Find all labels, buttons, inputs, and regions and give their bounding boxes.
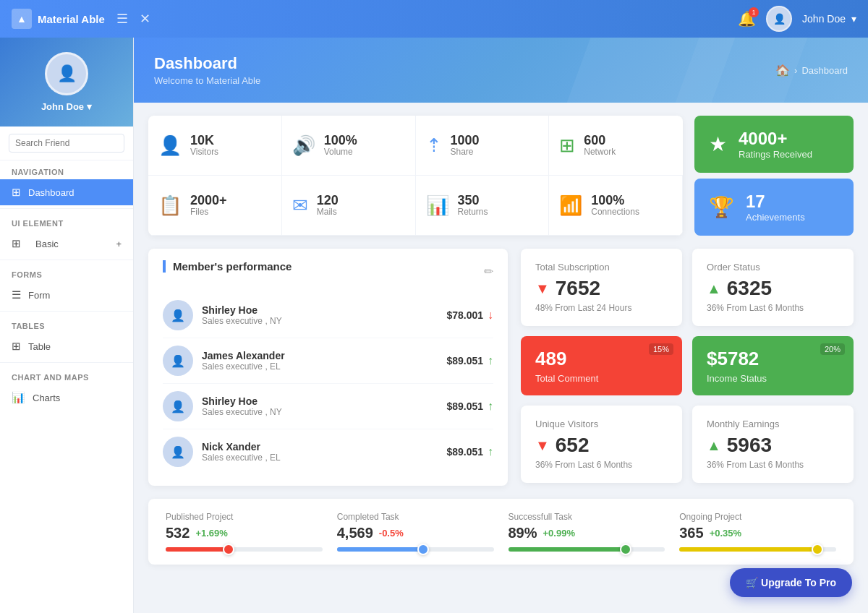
comment-value: 489: [535, 348, 668, 370]
member-row: 👤 James AlexanderSales executive , EL $8…: [163, 338, 493, 384]
amount-value: $78.001: [446, 309, 483, 321]
progress-dot: [620, 544, 631, 555]
progress-value: 532: [166, 525, 190, 541]
visitors-label: Visitors: [190, 147, 218, 157]
progress-pct: -0.5%: [379, 528, 404, 539]
progress-item: Successfull Task 89% +0.99%: [509, 512, 665, 552]
member-row: 👤 Nick XanderSales executive , EL $89.05…: [163, 429, 493, 474]
sidebar-item-charts[interactable]: 📊 Charts: [0, 385, 133, 411]
sidebar-item-dashboard[interactable]: ⊞ Dashboard: [0, 179, 133, 205]
progress-item: Completed Task 4,569 -0.5%: [337, 512, 494, 552]
right-bottom-row: Unique Visitors ▼ 652 36% From Last 6 Mo…: [521, 406, 854, 483]
member-role: Sales executive , NY: [202, 316, 282, 326]
close-icon[interactable]: ✕: [140, 11, 150, 27]
stat-share: ⇡ 1000Share: [416, 116, 550, 176]
stat-mails: ✉ 120Mails: [282, 176, 416, 236]
page-header: Dashboard Welcome to Material Able 🏠 › D…: [134, 38, 868, 103]
ratings-value: 4000+: [739, 129, 812, 149]
ratings-card: ★ 4000+ Ratings Received: [694, 116, 854, 173]
members-panel: Member's performance ✏ 👤 Shirley HoeSale…: [148, 249, 508, 486]
member-left: 👤 Nick XanderSales executive , EL: [163, 437, 281, 467]
order-sub: 36% From Last 6 Months: [707, 303, 839, 313]
members-title: Member's performance: [163, 260, 292, 273]
member-avatar: 👤: [163, 346, 193, 376]
sidebar-username: John Doe ▾: [41, 101, 92, 112]
progress-pct: +0.99%: [543, 528, 575, 539]
progress-row: 532 +1.69%: [166, 525, 323, 541]
share-label: Share: [451, 147, 480, 157]
main-content: Dashboard Welcome to Material Able 🏠 › D…: [134, 38, 868, 613]
amount-value: $89.051: [446, 446, 483, 458]
progress-fill: [509, 547, 626, 552]
trophy-icon: 🏆: [709, 195, 734, 219]
sidebar-item-label-form: Form: [28, 290, 50, 301]
subscription-number: 7652: [556, 277, 600, 300]
progress-bar[interactable]: [679, 547, 836, 552]
income-label: Income Status: [707, 373, 839, 384]
order-status-box: Order Status ▲ 6325 36% From Last 6 Mont…: [692, 249, 854, 326]
notification-bell[interactable]: 🔔 1: [738, 10, 756, 27]
progress-dot: [417, 544, 429, 555]
star-icon: ★: [709, 132, 727, 156]
volume-icon: 🔊: [292, 134, 315, 157]
breadcrumb: 🏠 › Dashboard: [775, 64, 848, 77]
earnings-title: Monthly Earnings: [707, 419, 839, 429]
income-badge: 20%: [820, 343, 845, 355]
right-top-row: Total Subscription ▼ 7652 48% From Last …: [521, 249, 854, 326]
sidebar-item-basic[interactable]: ⊞ Basic +: [0, 231, 133, 257]
member-amount: $89.051 ↑: [446, 400, 493, 413]
member-left: 👤 James AlexanderSales executive , EL: [163, 346, 285, 376]
comment-label: Total Comment: [535, 373, 668, 384]
stat-volume: 🔊 100%Volume: [282, 116, 416, 176]
upgrade-button[interactable]: 🛒 Upgrade To Pro: [730, 568, 852, 597]
returns-value: 350: [458, 194, 488, 207]
tables-section-label: Tables: [0, 314, 133, 333]
monthly-earnings-box: Monthly Earnings ▲ 5963 36% From Last 6 …: [692, 406, 854, 483]
menu-icon[interactable]: ☰: [116, 11, 128, 27]
order-number: 6325: [727, 277, 772, 300]
chevron-down-icon: ▾: [851, 13, 856, 25]
user-menu[interactable]: John Doe ▾: [802, 13, 856, 25]
trend-down-icon: ▼: [535, 280, 550, 297]
member-amount: $78.001 ↓: [446, 309, 493, 322]
member-avatar: 👤: [163, 391, 193, 421]
right-mid-row: 15% 489 Total Comment 20% $5782 Income S…: [521, 336, 854, 395]
connections-icon: 📶: [559, 194, 582, 217]
ratings-label: Ratings Received: [739, 149, 812, 160]
network-value: 600: [584, 134, 616, 147]
trend-up-icon: ↑: [488, 445, 493, 458]
trend-up-icon: ↑: [488, 400, 493, 413]
member-role: Sales executive , EL: [202, 453, 281, 463]
progress-bar[interactable]: [509, 547, 665, 552]
comment-badge: 15%: [649, 343, 673, 355]
sidebar-item-form[interactable]: ☰ Form: [0, 282, 133, 308]
visitors-value: 10K: [190, 134, 218, 147]
income-status-card: 20% $5782 Income Status: [692, 336, 854, 395]
share-icon: ⇡: [426, 134, 442, 157]
stat-files: 📋 2000+Files: [148, 176, 282, 236]
progress-fill: [679, 547, 817, 552]
order-value: ▲ 6325: [707, 277, 839, 300]
progress-row: 4,569 -0.5%: [337, 525, 494, 541]
progress-pct: +1.69%: [195, 528, 227, 539]
sidebar-item-table[interactable]: ⊞ Table: [0, 333, 133, 359]
user-avatar-nav: 👤: [766, 6, 792, 32]
progress-bar[interactable]: [166, 547, 323, 552]
mails-value: 120: [317, 194, 339, 207]
member-row: 👤 Shirley HoeSales executive , NY $89.05…: [163, 384, 493, 429]
edit-icon[interactable]: ✏: [484, 265, 493, 278]
search-input[interactable]: [9, 134, 124, 153]
dashboard-icon: ⊞: [12, 186, 21, 199]
progress-title: Published Project: [166, 512, 323, 522]
right-stats: Total Subscription ▼ 7652 48% From Last …: [521, 249, 854, 486]
user-name-nav: John Doe: [802, 13, 846, 25]
member-amount: $89.051 ↑: [446, 445, 493, 458]
subscription-title: Total Subscription: [535, 262, 668, 273]
ui-section-label: UI Element: [0, 212, 133, 231]
sidebar-item-label-basic: Basic: [35, 239, 59, 249]
page-subtitle: Welcome to Material Able: [154, 75, 260, 86]
progress-bar[interactable]: [337, 547, 494, 552]
returns-label: Returns: [458, 207, 488, 217]
subscription-value: ▼ 7652: [535, 277, 668, 300]
visitors-icon: 👤: [158, 134, 182, 157]
